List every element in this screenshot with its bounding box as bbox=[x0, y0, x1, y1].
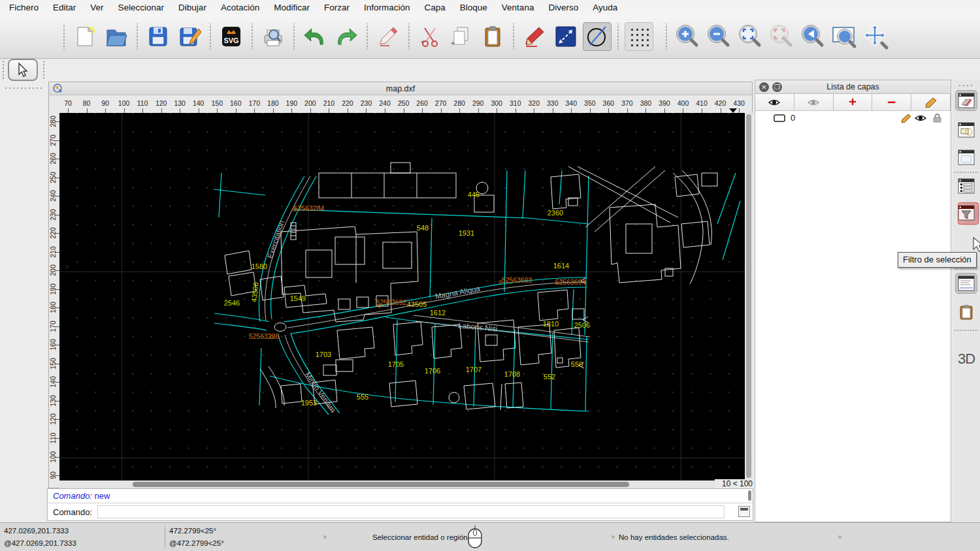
remove-layer-button[interactable]: − bbox=[872, 94, 911, 110]
delete-button[interactable] bbox=[374, 22, 402, 51]
hide-all-layers-button[interactable] bbox=[794, 94, 834, 110]
menu-item[interactable]: Diverso bbox=[548, 3, 578, 12]
save-button[interactable] bbox=[144, 22, 172, 51]
layer-edit-icon[interactable] bbox=[901, 114, 911, 123]
ruler-tick-label: 270 bbox=[435, 99, 447, 107]
horizontal-scrollbar[interactable] bbox=[59, 480, 715, 488]
drawing-window-titlebar[interactable]: map.dxf bbox=[49, 82, 752, 95]
parcel-number-label: 1707 bbox=[466, 366, 482, 373]
ruler-tick-label: 290 bbox=[472, 99, 484, 107]
drawing-canvas[interactable]: 4452360548193116141580254615491612181025… bbox=[59, 113, 745, 480]
show-all-layers-button[interactable] bbox=[755, 94, 794, 110]
ruler-tick-label: 340 bbox=[566, 99, 578, 107]
ruler-tick-label: 370 bbox=[621, 99, 633, 107]
ruler-tick bbox=[55, 457, 59, 458]
main-toolbar: SVG bbox=[0, 15, 980, 59]
clipboard-dock-button[interactable] bbox=[955, 302, 977, 323]
pen-button[interactable] bbox=[520, 22, 549, 51]
zoom-in-button[interactable] bbox=[673, 22, 702, 51]
menu-item[interactable]: Bloque bbox=[460, 3, 487, 12]
entity-list-dock-button[interactable] bbox=[955, 176, 977, 197]
pan-button[interactable] bbox=[861, 22, 890, 51]
menu-item[interactable]: Acotación bbox=[221, 3, 259, 12]
snap-grid-button[interactable] bbox=[625, 22, 653, 51]
edit-layer-button[interactable] bbox=[911, 94, 951, 110]
print-preview-icon bbox=[261, 25, 286, 48]
zoom-selection-button[interactable] bbox=[767, 22, 796, 51]
toolbar-separator bbox=[208, 24, 213, 50]
zoom-out-button[interactable] bbox=[704, 22, 733, 51]
ruler-tick-label: 70 bbox=[64, 99, 72, 107]
menu-item[interactable]: Seleccionar bbox=[118, 3, 165, 12]
toolbar-separator bbox=[615, 24, 621, 50]
undo-icon bbox=[302, 25, 327, 48]
zoom-auto-icon bbox=[737, 24, 763, 50]
menu-item[interactable]: Dibujar bbox=[178, 3, 206, 12]
ruler-tick bbox=[55, 364, 59, 364]
horizontal-scroll-thumb[interactable] bbox=[133, 482, 629, 487]
close-icon[interactable]: ✕ bbox=[759, 82, 769, 92]
open-file-button[interactable] bbox=[102, 22, 131, 51]
cut-button[interactable]: + bbox=[416, 22, 444, 51]
block-list-dock-button[interactable] bbox=[955, 119, 977, 140]
palette-handle bbox=[42, 60, 46, 80]
ruler-tick bbox=[310, 108, 311, 113]
vertical-scrollbar[interactable] bbox=[745, 113, 753, 480]
zoom-in-icon bbox=[674, 24, 700, 50]
zoom-window-button[interactable] bbox=[830, 22, 858, 51]
circle-slash-button[interactable] bbox=[583, 22, 612, 51]
command-widget-dock-button[interactable] bbox=[955, 273, 977, 294]
ruler-tick bbox=[55, 140, 59, 141]
ruler-tick bbox=[590, 108, 591, 113]
float-icon[interactable]: ❐ bbox=[772, 82, 782, 92]
ruler-tick-label: 200 bbox=[304, 99, 316, 107]
vertical-scroll-thumb[interactable] bbox=[746, 114, 751, 478]
zoom-previous-button[interactable] bbox=[798, 22, 827, 51]
redo-button[interactable] bbox=[332, 22, 361, 51]
right-dock: 3D bbox=[953, 80, 980, 522]
dock-separator bbox=[954, 329, 979, 332]
undo-button[interactable] bbox=[301, 22, 329, 51]
toolbar-separator bbox=[664, 24, 669, 50]
menu-item[interactable]: Información bbox=[364, 3, 410, 12]
menu-item[interactable]: Ayuda bbox=[593, 3, 617, 12]
paste-button[interactable] bbox=[478, 22, 507, 51]
line-attributes-button[interactable] bbox=[551, 22, 580, 51]
add-layer-button[interactable]: + bbox=[834, 94, 873, 110]
export-svg-button[interactable]: SVG bbox=[217, 22, 246, 51]
menu-bar: FicheroEditarVerSeleccionarDibujarAcotac… bbox=[0, 0, 980, 15]
menu-item[interactable]: Capa bbox=[425, 3, 446, 12]
parcel-id-label: 52563692 bbox=[376, 298, 407, 306]
zoom-previous-icon bbox=[800, 24, 826, 50]
menu-item[interactable]: Modificar bbox=[274, 3, 310, 12]
new-file-button[interactable] bbox=[71, 22, 99, 51]
menu-item[interactable]: Forzar bbox=[324, 3, 350, 12]
svg-text:+: + bbox=[451, 40, 455, 47]
parcel-number-label: 43505 bbox=[407, 300, 427, 308]
menu-item[interactable]: Fichero bbox=[9, 3, 39, 12]
street-name-label: Exercitation bbox=[266, 219, 286, 259]
metagrid bbox=[59, 113, 745, 480]
library-browser-dock-button[interactable] bbox=[955, 147, 977, 168]
select-tool-button[interactable] bbox=[8, 59, 38, 81]
layer-lock-icon[interactable] bbox=[933, 113, 941, 123]
zoom-auto-button[interactable] bbox=[736, 22, 764, 51]
ruler-tick-label: 360 bbox=[603, 99, 615, 107]
selection-filter-dock-button[interactable] bbox=[955, 202, 977, 223]
menu-item[interactable]: Ventana bbox=[502, 3, 534, 12]
menu-item[interactable]: Ver bbox=[90, 3, 103, 12]
save-as-button[interactable] bbox=[175, 22, 204, 51]
print-preview-button[interactable] bbox=[259, 22, 287, 51]
parcel-number-label: 552 bbox=[544, 373, 555, 381]
history-scrollbar[interactable] bbox=[748, 490, 751, 501]
ruler-tick-label: 260 bbox=[416, 99, 428, 107]
map-labels: 4452360548193116141580254615491612181025… bbox=[224, 191, 590, 414]
layer-visible-icon[interactable] bbox=[914, 114, 927, 123]
layer-row[interactable]: 0 bbox=[755, 111, 951, 125]
command-input[interactable] bbox=[97, 505, 725, 518]
menu-item[interactable]: Editar bbox=[53, 3, 76, 12]
detach-command-button[interactable] bbox=[738, 506, 750, 517]
ruler-tick bbox=[664, 108, 665, 113]
copy-button[interactable]: + bbox=[447, 22, 476, 51]
layer-list-dock-button[interactable] bbox=[955, 90, 977, 111]
